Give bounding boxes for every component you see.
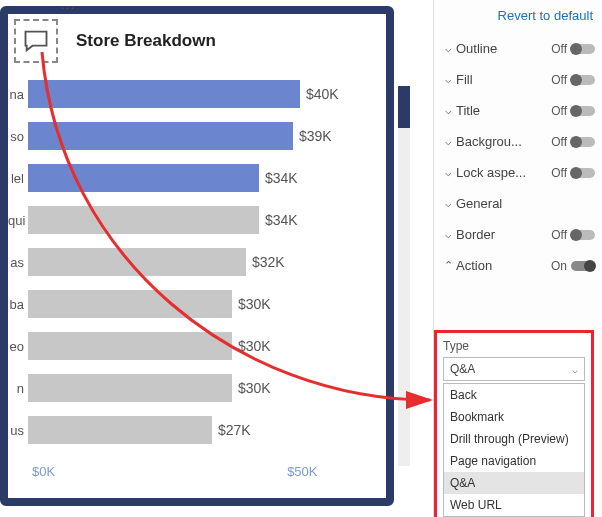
bar-track: $27K (28, 416, 386, 444)
bar-category: as (8, 255, 28, 270)
toggle-state-label: On (551, 259, 567, 273)
bar-fill[interactable] (28, 374, 232, 402)
chevron-down-icon: ⌵ (440, 197, 456, 210)
chevron-down-icon: ⌵ (440, 228, 456, 241)
border-toggle[interactable] (571, 230, 595, 240)
section-label: Action (456, 258, 551, 273)
type-field-label: Type (443, 339, 585, 353)
section-lock-aspect[interactable]: ⌵ Lock aspe... Off (440, 157, 595, 188)
bar-fill[interactable] (28, 206, 259, 234)
bar-fill[interactable] (28, 332, 232, 360)
bar-track: $34K (28, 164, 386, 192)
bar-track: $39K (28, 122, 386, 150)
bar-track: $34K (28, 206, 386, 234)
scrollbar[interactable] (398, 86, 410, 466)
title-toggle[interactable] (571, 106, 595, 116)
section-label: Border (456, 227, 551, 242)
lock-aspect-toggle[interactable] (571, 168, 595, 178)
section-fill[interactable]: ⌵ Fill Off (440, 64, 595, 95)
scrollbar-thumb[interactable] (398, 86, 410, 128)
dropdown-option[interactable]: Back (444, 384, 584, 406)
bar-value-label: $32K (252, 254, 285, 270)
section-title[interactable]: ⌵ Title Off (440, 95, 595, 126)
bar-track: $40K (28, 80, 386, 108)
chevron-down-icon: ⌵ (440, 166, 456, 179)
bar-category: eo (8, 339, 28, 354)
bar-chart: na$40Kso$39Klel$34Kqui$34Kas$32Kba$30Keo… (8, 68, 386, 448)
chevron-down-icon: ⌵ (440, 42, 456, 55)
bar-category: n (8, 381, 28, 396)
section-label: Title (456, 103, 551, 118)
bar-row: na$40K (8, 76, 386, 112)
bar-row: eo$30K (8, 328, 386, 364)
more-options-button[interactable]: ··· (56, 0, 80, 13)
dropdown-option[interactable]: Drill through (Preview) (444, 428, 584, 450)
bar-fill[interactable] (28, 80, 300, 108)
chevron-down-icon: ⌵ (440, 135, 456, 148)
toggle-state-label: Off (551, 166, 567, 180)
bar-fill[interactable] (28, 164, 259, 192)
bar-row: as$32K (8, 244, 386, 280)
background-toggle[interactable] (571, 137, 595, 147)
card-header: Store Breakdown (8, 14, 386, 68)
section-outline[interactable]: ⌵ Outline Off (440, 33, 595, 64)
section-general[interactable]: ⌵ General (440, 188, 595, 219)
chevron-down-icon: ⌵ (572, 364, 578, 375)
bar-value-label: $30K (238, 338, 271, 354)
chevron-down-icon: ⌵ (440, 73, 456, 86)
bar-value-label: $40K (306, 86, 339, 102)
bar-fill[interactable] (28, 122, 293, 150)
bar-value-label: $30K (238, 296, 271, 312)
bar-track: $32K (28, 248, 386, 276)
qa-shape-button[interactable] (14, 19, 58, 63)
bar-fill[interactable] (28, 416, 212, 444)
bar-category: ba (8, 297, 28, 312)
toggle-state-label: Off (551, 104, 567, 118)
toggle-state-label: Off (551, 73, 567, 87)
dropdown-option[interactable]: Page navigation (444, 450, 584, 472)
bar-value-label: $39K (299, 128, 332, 144)
section-label: Fill (456, 72, 551, 87)
type-dropdown[interactable]: BackBookmarkDrill through (Preview)Page … (443, 383, 585, 517)
x-axis: $0K $50K (8, 454, 386, 479)
revert-to-default-link[interactable]: Revert to default (440, 6, 595, 33)
section-label: Outline (456, 41, 551, 56)
bar-value-label: $34K (265, 212, 298, 228)
axis-tick: $0K (32, 464, 55, 479)
chart-pane: ··· Store Breakdown na$40Kso$39Klel$34Kq… (0, 0, 420, 517)
bar-value-label: $34K (265, 170, 298, 186)
bar-category: na (8, 87, 28, 102)
bar-track: $30K (28, 290, 386, 318)
bar-row: so$39K (8, 118, 386, 154)
bar-row: us$27K (8, 412, 386, 448)
dropdown-option[interactable]: Q&A (444, 472, 584, 494)
section-action[interactable]: ⌃ Action On (440, 250, 595, 281)
chart-title: Store Breakdown (76, 31, 216, 51)
bar-category: qui (8, 213, 28, 228)
bar-fill[interactable] (28, 290, 232, 318)
section-border[interactable]: ⌵ Border Off (440, 219, 595, 250)
dropdown-option[interactable]: Bookmark (444, 406, 584, 428)
section-label: Lock aspe... (456, 165, 551, 180)
toggle-state-label: Off (551, 228, 567, 242)
section-background[interactable]: ⌵ Backgrou... Off (440, 126, 595, 157)
outline-toggle[interactable] (571, 44, 595, 54)
action-type-panel: Type Q&A ⌵ BackBookmarkDrill through (Pr… (434, 330, 594, 517)
bar-track: $30K (28, 374, 386, 402)
bar-fill[interactable] (28, 248, 246, 276)
chevron-up-icon: ⌃ (440, 259, 456, 272)
dropdown-option[interactable]: Web URL (444, 494, 584, 516)
chat-bubble-icon (22, 27, 50, 55)
type-select[interactable]: Q&A ⌵ (443, 357, 585, 381)
bar-category: us (8, 423, 28, 438)
bar-row: qui$34K (8, 202, 386, 238)
visual-card: Store Breakdown na$40Kso$39Klel$34Kqui$3… (0, 6, 394, 506)
bar-row: ba$30K (8, 286, 386, 322)
action-toggle[interactable] (571, 261, 595, 271)
section-label: Backgrou... (456, 134, 551, 149)
fill-toggle[interactable] (571, 75, 595, 85)
bar-row: lel$34K (8, 160, 386, 196)
bar-category: lel (8, 171, 28, 186)
section-label: General (456, 196, 595, 211)
bar-value-label: $27K (218, 422, 251, 438)
